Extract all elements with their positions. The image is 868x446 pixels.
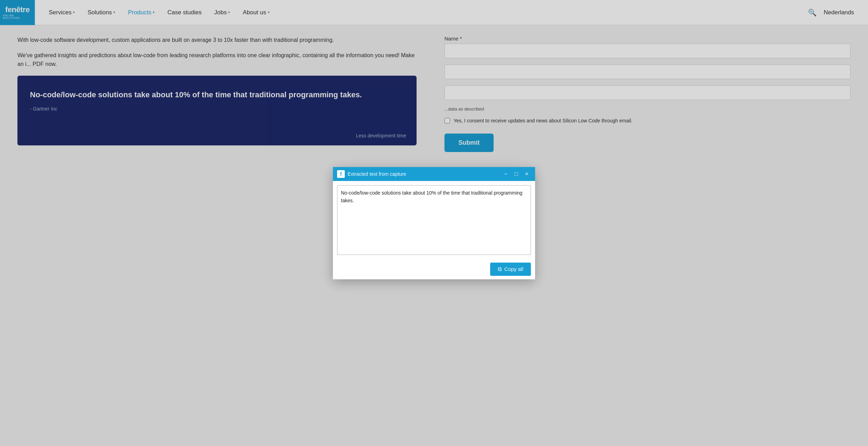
extracted-text-area[interactable]: No-code/low-code solutions take about 10…	[337, 185, 531, 255]
modal-app-icon: f	[337, 170, 345, 178]
modal-maximize-button[interactable]: □	[512, 170, 520, 178]
modal-window-controls: − □ ×	[502, 170, 531, 178]
modal-overlay: f Extracted text from capture − □ × No-c…	[0, 0, 868, 446]
modal-footer: ⧉ Copy all	[333, 259, 535, 279]
modal-title: Extracted text from capture	[348, 171, 499, 177]
modal-minimize-button[interactable]: −	[502, 170, 510, 178]
copy-icon: ⧉	[498, 266, 502, 272]
modal-close-button[interactable]: ×	[523, 170, 531, 178]
extracted-text-modal: f Extracted text from capture − □ × No-c…	[333, 167, 535, 279]
copy-all-button[interactable]: ⧉ Copy all	[490, 263, 531, 276]
modal-titlebar: f Extracted text from capture − □ ×	[333, 167, 535, 181]
modal-body: No-code/low-code solutions take about 10…	[333, 181, 535, 259]
